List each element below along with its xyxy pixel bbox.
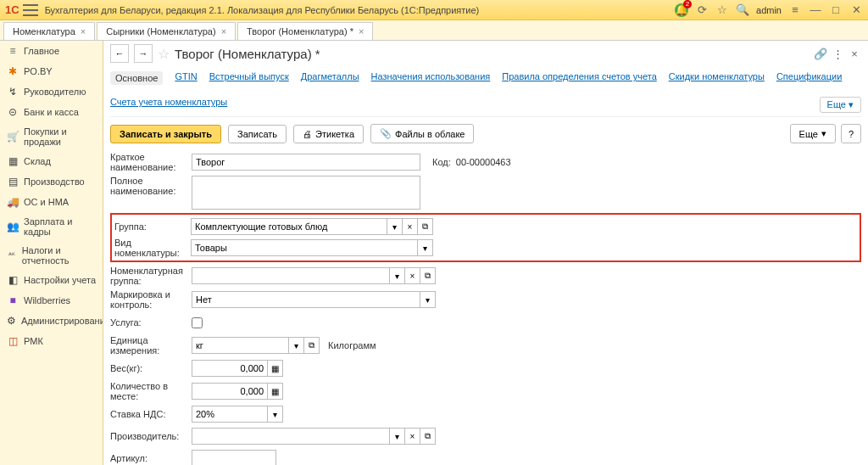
subtab-accounts2[interactable]: Счета учета номенклатуры bbox=[110, 97, 227, 113]
subtab-more[interactable]: Еще ▾ bbox=[820, 97, 861, 113]
short-name-input[interactable] bbox=[192, 154, 420, 171]
kind-input[interactable] bbox=[191, 239, 418, 256]
app-tab-syrniki[interactable]: Сырники (Номенклатура) × bbox=[97, 22, 236, 40]
sidebar-item-assets[interactable]: 🚚ОС и НМА bbox=[0, 192, 103, 212]
subtab-main[interactable]: Основное bbox=[110, 71, 163, 85]
sidebar-item-sales[interactable]: 🛒Покупки и продажи bbox=[0, 122, 103, 151]
dropdown-icon[interactable]: ▾ bbox=[289, 337, 304, 354]
unit-input[interactable] bbox=[192, 337, 289, 354]
settings-icon[interactable]: ≡ bbox=[788, 3, 802, 17]
sidebar-item-poby[interactable]: ✱PO.BY bbox=[0, 61, 103, 81]
sidebar-item-production[interactable]: ▤Производство bbox=[0, 171, 103, 192]
manufacturer-input[interactable] bbox=[192, 428, 390, 445]
vat-label: Ставка НДС: bbox=[110, 409, 192, 419]
artikul-input[interactable] bbox=[192, 450, 276, 465]
save-close-button[interactable]: Записать и закрыть bbox=[110, 125, 221, 143]
unit-label: Единица измерения: bbox=[110, 335, 192, 356]
sidebar-item-warehouse[interactable]: ▦Склад bbox=[0, 151, 103, 171]
subtab-gtin[interactable]: GTIN bbox=[175, 71, 197, 85]
dropdown-icon[interactable]: ▾ bbox=[420, 291, 436, 308]
subtab-purposes[interactable]: Назначения использования bbox=[371, 71, 491, 85]
dropdown-icon[interactable]: ▾ bbox=[390, 428, 405, 445]
dropdown-icon[interactable]: ▾ bbox=[390, 267, 405, 284]
open-icon[interactable]: ⧉ bbox=[420, 267, 436, 284]
nom-group-input[interactable] bbox=[192, 267, 390, 284]
group-label: Группа: bbox=[114, 221, 191, 232]
save-button[interactable]: Записать bbox=[228, 125, 287, 143]
files-button[interactable]: 📎Файлы в облаке bbox=[370, 124, 474, 143]
label-button[interactable]: 🖨Этикетка bbox=[293, 125, 364, 143]
sidebar-item-admin[interactable]: ⚙Администрирование bbox=[0, 311, 103, 331]
maximize-icon[interactable]: □ bbox=[829, 3, 843, 17]
vat-input[interactable] bbox=[192, 406, 268, 423]
open-icon[interactable]: ⧉ bbox=[418, 218, 433, 235]
chart-icon: ↯ bbox=[7, 86, 19, 98]
clip-icon: 📎 bbox=[380, 128, 392, 139]
help-button[interactable]: ? bbox=[841, 124, 861, 143]
nav-back-button[interactable]: ← bbox=[110, 44, 129, 63]
close-icon[interactable]: ✕ bbox=[849, 3, 863, 17]
app-tab-nomenclature[interactable]: Номенклатура × bbox=[3, 22, 95, 40]
sidebar-item-label: Руководителю bbox=[24, 87, 86, 97]
search-icon[interactable]: 🔍 bbox=[736, 3, 749, 17]
calc-icon[interactable]: ▦ bbox=[268, 360, 283, 377]
history-icon[interactable]: ⟳ bbox=[695, 3, 709, 17]
nav-forward-button[interactable]: → bbox=[134, 44, 153, 63]
open-icon[interactable]: ⧉ bbox=[304, 337, 320, 354]
sidebar-item-salary[interactable]: 👥Зарплата и кадры bbox=[0, 212, 103, 241]
vat-input-group: ▾ bbox=[192, 406, 283, 423]
app-tab-tvorog[interactable]: Творог (Номенклатура) * × bbox=[237, 22, 373, 40]
subtab-counter[interactable]: Встречный выпуск bbox=[209, 71, 289, 85]
open-icon[interactable]: ⧉ bbox=[420, 428, 436, 445]
marking-input[interactable] bbox=[192, 291, 420, 308]
row-service: Услуга: bbox=[110, 313, 861, 332]
tab-close-icon[interactable]: × bbox=[221, 26, 226, 36]
tab-close-icon[interactable]: × bbox=[359, 26, 364, 36]
calc-icon[interactable]: ▦ bbox=[268, 383, 283, 400]
notifications-icon[interactable]: 🔔 bbox=[675, 3, 688, 17]
clear-icon[interactable]: × bbox=[403, 218, 418, 235]
link-icon[interactable]: 🔗 bbox=[814, 47, 827, 60]
kind-input-group: ▾ bbox=[191, 239, 433, 256]
more-button[interactable]: Еще ▾ bbox=[790, 124, 836, 143]
print-icon: 🖨 bbox=[303, 129, 312, 139]
weight-input[interactable] bbox=[192, 360, 268, 377]
dropdown-icon[interactable]: ▾ bbox=[387, 218, 403, 235]
subtab-accounts[interactable]: Правила определения счетов учета bbox=[502, 71, 657, 85]
page-header-right: 🔗 ⋮ × bbox=[814, 47, 861, 60]
sidebar-item-taxes[interactable]: ᴬᴷНалоги и отчетность bbox=[0, 241, 103, 270]
close-icon[interactable]: × bbox=[848, 47, 861, 60]
qty-input[interactable] bbox=[192, 383, 268, 400]
favorite-icon[interactable]: ☆ bbox=[158, 46, 170, 62]
full-name-input[interactable] bbox=[192, 176, 420, 210]
star-icon[interactable]: ☆ bbox=[715, 3, 729, 17]
dropdown-icon[interactable]: ▾ bbox=[268, 406, 283, 423]
sidebar-item-label: РМК bbox=[24, 336, 43, 346]
more-icon[interactable]: ⋮ bbox=[831, 47, 844, 60]
minimize-icon[interactable]: — bbox=[809, 3, 822, 17]
row-group: Группа: ▾ × ⧉ bbox=[114, 217, 857, 236]
sidebar-item-manager[interactable]: ↯Руководителю bbox=[0, 81, 103, 102]
service-checkbox[interactable] bbox=[192, 317, 203, 328]
sidebar: ≡Главное ✱PO.BY ↯Руководителю ⊝Банк и ка… bbox=[0, 41, 103, 465]
tab-close-icon[interactable]: × bbox=[81, 26, 86, 36]
sidebar-item-wildberries[interactable]: ■Wildberries bbox=[0, 290, 103, 311]
row-marking: Маркировка и контроль: ▾ bbox=[110, 289, 861, 310]
sidebar-item-settings[interactable]: ◧Настройки учета bbox=[0, 270, 103, 290]
user-label[interactable]: admin bbox=[756, 5, 782, 15]
clear-icon[interactable]: × bbox=[405, 428, 420, 445]
menu-icon[interactable] bbox=[23, 4, 38, 16]
short-name-label: Краткое наименование: bbox=[110, 152, 192, 172]
sidebar-item-rmk[interactable]: ◫РМК bbox=[0, 331, 103, 351]
row-kind: Вид номенклатуры: ▾ bbox=[114, 238, 857, 258]
tab-label: Творог (Номенклатура) * bbox=[247, 26, 353, 36]
group-input[interactable] bbox=[191, 218, 387, 235]
dropdown-icon[interactable]: ▾ bbox=[418, 239, 433, 256]
sidebar-item-main[interactable]: ≡Главное bbox=[0, 41, 103, 61]
subtab-discounts[interactable]: Скидки номенклатуры bbox=[669, 71, 765, 85]
sidebar-item-bank[interactable]: ⊝Банк и касса bbox=[0, 102, 103, 122]
sidebar-item-label: Склад bbox=[24, 156, 51, 166]
subtab-metals[interactable]: Драгметаллы bbox=[301, 71, 359, 85]
subtab-spec[interactable]: Спецификации bbox=[776, 71, 842, 85]
clear-icon[interactable]: × bbox=[405, 267, 420, 284]
